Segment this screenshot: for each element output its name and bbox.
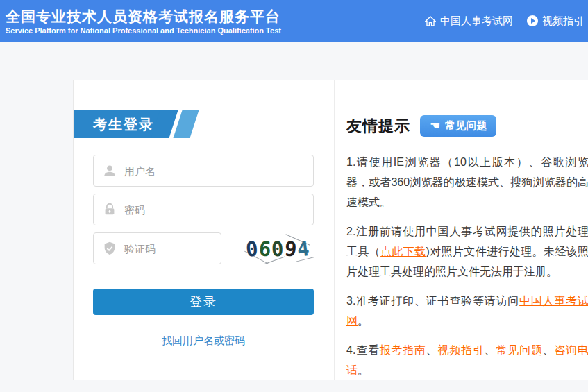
nav-item-video-guide[interactable]: 视频指引 bbox=[527, 15, 584, 28]
header: 全国专业技术人员资格考试报名服务平台 Service Platform for … bbox=[0, 0, 588, 42]
page-subtitle: Service Platform for National Profession… bbox=[6, 26, 281, 36]
nav-item-exam-site[interactable]: 中国人事考试网 bbox=[425, 15, 513, 28]
login-panel: 考生登录 bbox=[74, 80, 334, 380]
login-button[interactable]: 登录 bbox=[93, 289, 314, 315]
tip-link[interactable]: 常见问题 bbox=[496, 344, 543, 356]
captcha-image[interactable]: 06094 bbox=[242, 234, 314, 264]
brand: 全国专业技术人员资格考试报名服务平台 Service Platform for … bbox=[6, 6, 281, 36]
faq-button-label: 常见问题 bbox=[445, 119, 487, 133]
header-nav: 中国人事考试网 视频指引 bbox=[425, 15, 584, 28]
tip-link[interactable]: 点此下载 bbox=[380, 246, 426, 257]
tips-title: 友情提示 bbox=[346, 116, 410, 137]
username-field-wrap bbox=[93, 155, 314, 187]
login-panel-title: 考生登录 bbox=[93, 110, 154, 138]
tip-paragraph: 1.请使用IE浏览器（10以上版本）、谷歌浏览器，或者360浏览器的极速模式、搜… bbox=[346, 152, 588, 212]
username-input[interactable] bbox=[93, 155, 314, 187]
nav-label-exam-site: 中国人事考试网 bbox=[440, 15, 513, 28]
tip-paragraph: 3.准考证打印、证书查验等请访问中国人事考试网。 bbox=[346, 291, 588, 331]
shield-check-icon bbox=[102, 241, 117, 256]
lock-icon bbox=[102, 202, 117, 217]
password-input[interactable] bbox=[93, 194, 314, 225]
password-field-wrap bbox=[93, 194, 314, 225]
tips-header: 友情提示 ☚ 常见问题 bbox=[346, 115, 588, 137]
captcha-digit: 4 bbox=[296, 237, 310, 262]
home-icon bbox=[425, 16, 436, 26]
captcha-digit: 0 bbox=[245, 237, 259, 261]
recover-link[interactable]: 找回用户名或密码 bbox=[162, 334, 245, 346]
hand-pointer-icon: ☚ bbox=[430, 120, 440, 132]
captcha-field-wrap bbox=[93, 232, 221, 264]
tip-paragraph: 4.查看报考指南、视频指引、常见问题、咨询电话。 bbox=[346, 340, 588, 380]
nav-label-video-guide: 视频指引 bbox=[542, 15, 584, 28]
tip-paragraph: 2.注册前请使用中国人事考试网提供的照片处理工具（点此下载)对照片文件进行处理。… bbox=[346, 221, 588, 282]
captcha-digit: 0 bbox=[271, 237, 284, 262]
tip-link[interactable]: 中国人事考试网 bbox=[346, 295, 588, 327]
captcha-digit: 6 bbox=[258, 237, 272, 261]
play-icon bbox=[527, 15, 538, 26]
banner-shape-light bbox=[174, 110, 199, 138]
tips-body: 1.请使用IE浏览器（10以上版本）、谷歌浏览器，或者360浏览器的极速模式、搜… bbox=[346, 152, 588, 380]
main-card: 考生登录 bbox=[73, 80, 588, 380]
page: 全国专业技术人员资格考试报名服务平台 Service Platform for … bbox=[0, 0, 588, 392]
faq-button[interactable]: ☚ 常见问题 bbox=[420, 115, 496, 137]
page-title: 全国专业技术人员资格考试报名服务平台 bbox=[6, 8, 281, 26]
recover-row: 找回用户名或密码 bbox=[93, 334, 314, 348]
captcha-row: 06094 bbox=[93, 232, 314, 264]
login-form: 06094 登录 找回用户名或密码 bbox=[93, 155, 314, 348]
tip-link[interactable]: 报考指南 bbox=[380, 344, 426, 356]
user-icon bbox=[102, 163, 117, 178]
tips-panel: 友情提示 ☚ 常见问题 1.请使用IE浏览器（10以上版本）、谷歌浏览器，或者3… bbox=[335, 80, 588, 380]
tip-link[interactable]: 视频指引 bbox=[438, 344, 485, 356]
